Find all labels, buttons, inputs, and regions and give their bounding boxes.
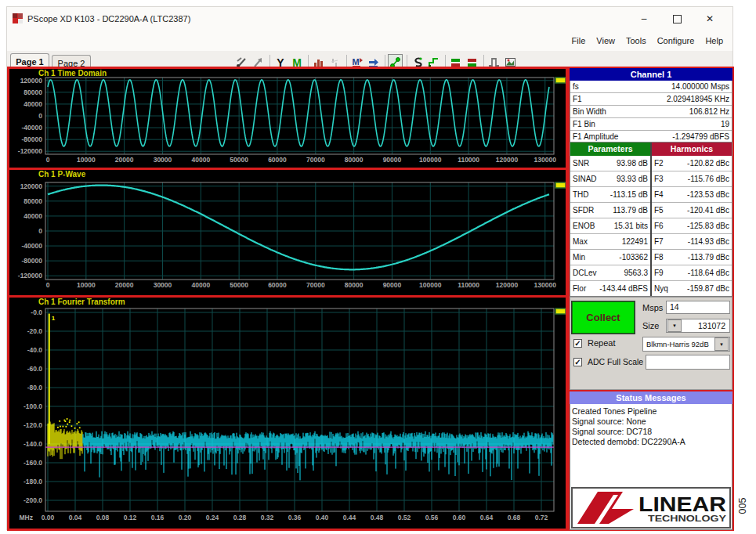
svg-text:100000: 100000 bbox=[419, 281, 442, 289]
collect-button[interactable]: Collect bbox=[572, 301, 635, 334]
svg-text:0.32: 0.32 bbox=[261, 514, 274, 521]
parameters-table: Parameters SNR93.98 dBSINAD93.93 dBTHD-1… bbox=[570, 143, 650, 296]
harmonic-row: F4-123.53 dBc bbox=[652, 186, 732, 202]
row-label: F9 bbox=[654, 265, 664, 280]
time-domain-plot[interactable]: Ch 1 Time Domain 12000080000400000-40000… bbox=[9, 69, 566, 168]
adc-full-scale-checkbox[interactable]: ✓ bbox=[573, 358, 582, 366]
svg-text:0.44: 0.44 bbox=[343, 514, 356, 521]
status-body: Created Tones PipelineSignal source: Non… bbox=[570, 404, 732, 530]
svg-text:30000: 30000 bbox=[154, 156, 172, 164]
svg-text:0.08: 0.08 bbox=[96, 514, 110, 521]
svg-text:-100.0: -100.0 bbox=[24, 402, 42, 410]
harmonic-row: F3-115.76 dBc bbox=[652, 171, 732, 186]
menu-help[interactable]: Help bbox=[705, 36, 723, 45]
row-label: Max bbox=[573, 234, 588, 249]
svg-text:-40.0: -40.0 bbox=[27, 346, 43, 354]
channel-row: F12.029418945 KHz bbox=[570, 92, 732, 105]
size-combo[interactable]: ▼ 131072 bbox=[666, 319, 730, 333]
harmonic-row: F5-120.41 dBc bbox=[652, 202, 732, 218]
row-value: 14.000000 Msps bbox=[671, 81, 729, 92]
row-label: ENOB bbox=[573, 218, 595, 233]
parameter-row: Flor-143.44 dBFS bbox=[570, 280, 650, 296]
app-window: PScope XD K103 - DC2290A-A (LTC2387) – ✕… bbox=[6, 6, 733, 530]
menu-view[interactable]: View bbox=[596, 36, 615, 45]
plots-column: Ch 1 Time Domain 12000080000400000-40000… bbox=[7, 67, 568, 531]
svg-text:20000: 20000 bbox=[115, 156, 134, 164]
row-label: SINAD bbox=[573, 171, 597, 186]
svg-text:0: 0 bbox=[38, 112, 42, 120]
menu-configure[interactable]: Configure bbox=[657, 36, 695, 45]
window-combo-value: Blkmn-Harris 92dB bbox=[646, 337, 709, 351]
menu-bar: FileViewToolsConfigureHelp bbox=[7, 31, 732, 51]
svg-text:90000: 90000 bbox=[383, 281, 402, 289]
harmonics-table: Harmonics F2-120.82 dBcF3-115.76 dBcF4-1… bbox=[652, 143, 732, 296]
menu-file[interactable]: File bbox=[572, 36, 586, 45]
svg-text:50000: 50000 bbox=[230, 156, 248, 164]
maximize-button[interactable] bbox=[671, 13, 682, 25]
window-dropdown-button[interactable]: ▼ bbox=[714, 337, 729, 351]
svg-text:80000: 80000 bbox=[24, 88, 42, 96]
svg-text:80000: 80000 bbox=[345, 156, 364, 164]
row-value: -113.15 dB bbox=[610, 187, 648, 202]
size-dropdown-button[interactable]: ▼ bbox=[667, 319, 682, 332]
svg-text:0.48: 0.48 bbox=[371, 514, 384, 521]
channel-row: F1 Bin19 bbox=[570, 117, 732, 130]
svg-text:-0.0: -0.0 bbox=[31, 308, 42, 316]
measurements-panel: Parameters SNR93.98 dBSINAD93.93 dBTHD-1… bbox=[570, 142, 732, 297]
channel-row: Bin Width106.812 Hz bbox=[570, 105, 732, 117]
row-value: -125.83 dBc bbox=[687, 218, 729, 233]
msps-input[interactable]: 14 bbox=[666, 301, 730, 314]
svg-text:TECHNOLOGY: TECHNOLOGY bbox=[648, 514, 726, 523]
svg-text:0.12: 0.12 bbox=[124, 514, 137, 521]
fft-plot[interactable]: Ch 1 Fourier Transform 1-0.0-20.0-40.0-6… bbox=[9, 298, 566, 529]
status-message: Detected demobd: DC2290A-A bbox=[570, 437, 732, 447]
row-label: F1 Amplitude bbox=[573, 131, 618, 143]
row-value: -113.79 dBc bbox=[688, 250, 729, 265]
svg-text:130000: 130000 bbox=[534, 281, 557, 289]
menu-tools[interactable]: Tools bbox=[626, 36, 646, 45]
row-label: F2 bbox=[654, 156, 664, 171]
svg-text:0.60: 0.60 bbox=[453, 514, 466, 521]
row-label: F6 bbox=[654, 218, 664, 233]
svg-text:110000: 110000 bbox=[458, 281, 479, 289]
svg-text:0.24: 0.24 bbox=[206, 514, 219, 521]
svg-text:120000: 120000 bbox=[20, 182, 43, 190]
row-label: F7 bbox=[654, 234, 664, 249]
svg-text:-120.0: -120.0 bbox=[24, 421, 42, 429]
svg-text:0.00: 0.00 bbox=[42, 514, 55, 521]
row-label: F3 bbox=[654, 171, 664, 186]
close-button[interactable]: ✕ bbox=[704, 13, 715, 25]
repeat-checkbox[interactable]: ✓ bbox=[573, 339, 582, 348]
svg-text:10000: 10000 bbox=[77, 156, 96, 164]
svg-text:110000: 110000 bbox=[458, 156, 479, 164]
status-message: Created Tones Pipeline bbox=[570, 406, 732, 417]
svg-text:LINEAR: LINEAR bbox=[638, 493, 726, 515]
status-message: Signal source: DC718 bbox=[570, 427, 732, 437]
p-wave-plot[interactable]: Ch 1 P-Wave 12000080000400000-40000-8000… bbox=[9, 170, 566, 295]
minimize-button[interactable]: – bbox=[638, 13, 649, 25]
svg-text:-160.0: -160.0 bbox=[24, 459, 42, 467]
window-combo[interactable]: Blkmn-Harris 92dB ▼ bbox=[642, 337, 730, 352]
row-label: F1 bbox=[573, 93, 582, 105]
svg-text:60000: 60000 bbox=[268, 281, 287, 289]
row-value: 106.812 Hz bbox=[689, 106, 729, 117]
figure-number: 005 bbox=[727, 490, 756, 521]
row-value: -143.44 dBFS bbox=[599, 281, 648, 296]
harmonic-row: F8-113.79 dBc bbox=[652, 249, 732, 265]
adc-full-scale-input[interactable] bbox=[646, 355, 730, 370]
svg-text:0.40: 0.40 bbox=[316, 514, 329, 521]
svg-text:0.52: 0.52 bbox=[398, 514, 411, 521]
svg-text:0.68: 0.68 bbox=[508, 514, 521, 521]
svg-text:-80000: -80000 bbox=[22, 135, 43, 143]
parameter-row: DCLev9563.3 bbox=[570, 265, 650, 280]
svg-text:M: M bbox=[352, 57, 359, 67]
row-label: Flor bbox=[573, 281, 586, 296]
svg-text:-40000: -40000 bbox=[22, 242, 43, 250]
row-value: 19 bbox=[721, 118, 729, 130]
svg-text:40000: 40000 bbox=[24, 100, 42, 108]
row-label: Nyq bbox=[654, 281, 668, 296]
harmonic-row: F6-125.83 dBc bbox=[652, 218, 732, 233]
svg-text:100000: 100000 bbox=[419, 156, 442, 164]
row-value: -123.53 dBc bbox=[687, 187, 729, 202]
parameters-header: Parameters bbox=[570, 143, 650, 156]
